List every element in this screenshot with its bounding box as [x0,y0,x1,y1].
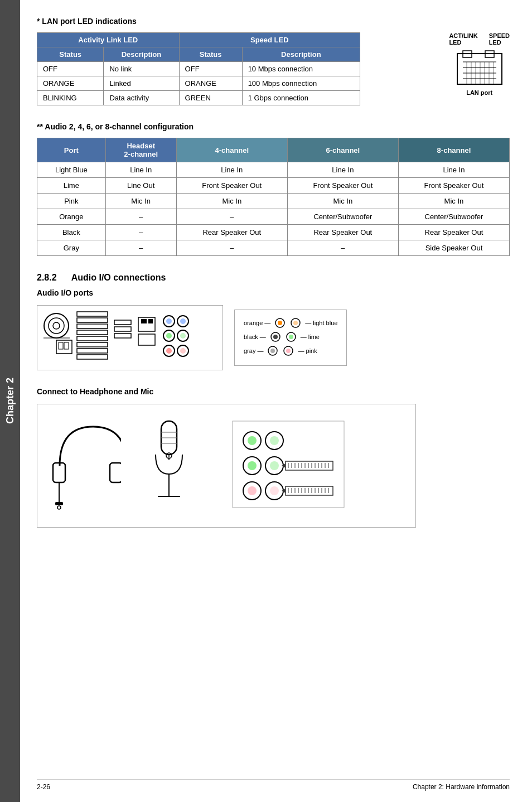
svg-rect-82 [286,461,333,470]
lan-section-title: * LAN port LED indications [37,17,510,26]
svg-rect-0 [457,54,502,84]
svg-rect-60 [53,463,65,482]
row-8ch: Side Speaker Out [398,240,509,256]
row-port: Black [37,225,106,240]
audio-io-ports-title: Audio I/O ports [37,288,510,297]
subsection-282: 2.8.2 Audio I/O connections Audio I/O po… [37,273,510,528]
svg-point-57 [270,349,275,353]
svg-point-49 [278,321,282,325]
table-row: Light Blue Line In Line In Line In Line … [37,162,510,178]
row-8ch: Rear Speaker Out [398,225,509,240]
speed-led-label: SPEEDLED [489,32,510,46]
svg-point-34 [166,318,172,324]
row-4ch: Front Speaker Out [176,178,287,194]
gray-port-icon [267,346,279,356]
row2-speed-status: ORANGE [179,76,242,91]
black-port-icon2 [285,332,297,342]
legend-label-orange: orange — [244,317,270,329]
svg-point-51 [293,321,298,325]
row1-status: OFF [37,62,104,76]
lan-table: Activity Link LED Speed LED Status Descr… [37,32,360,105]
svg-point-16 [53,322,60,329]
speed-desc-col-header: Description [242,47,360,62]
svg-rect-31 [148,319,153,323]
svg-rect-21 [77,330,108,335]
row2-speed-desc: 100 Mbps connection [242,76,360,91]
svg-rect-26 [114,320,131,325]
gray-port-icon2 [282,346,294,356]
row-headset: – [105,240,176,256]
svg-rect-61 [110,463,121,482]
row3-status: BLINKING [37,91,104,105]
svg-point-81 [270,461,279,470]
subsection-number: 2.8.2 [37,273,57,282]
legend-row-black: black — — lime [244,331,337,343]
svg-rect-20 [77,324,108,328]
headset-header: Headset2-channel [105,138,176,162]
svg-point-99 [270,486,279,495]
desc-col-header: Description [104,47,179,62]
row-4ch: Mic In [176,194,287,209]
svg-point-36 [180,318,186,324]
row-port: Lime [37,178,106,194]
legend-label-black: black — [244,331,266,343]
table-row: Orange – – Center/Subwoofer Center/Subwo… [37,209,510,225]
svg-point-38 [166,333,172,339]
row-6ch: Front Speaker Out [287,178,398,194]
svg-rect-47 [64,342,69,349]
page-footer: 2-26 Chapter 2: Hardware information [37,779,510,791]
svg-rect-23 [77,342,108,347]
activity-link-header: Activity Link LED [37,33,180,47]
row-4ch: Rear Speaker Out [176,225,287,240]
orange-port-icon2 [289,318,302,328]
svg-point-55 [289,335,293,339]
svg-point-75 [248,436,257,445]
row-8ch: Line In [398,162,509,178]
svg-point-59 [286,349,291,353]
chapter-tab: Chapter 2 [0,0,20,802]
svg-rect-63 [55,502,63,505]
row-4ch: – [176,240,287,256]
audio-table: Port Headset2-channel 4-channel 6-channe… [37,138,510,256]
speed-status-col-header: Status [179,47,242,62]
row-8ch: Front Speaker Out [398,178,509,194]
svg-point-15 [49,318,64,334]
audio-io-board-diagram [37,305,223,370]
lan-section: Activity Link LED Speed LED Status Descr… [37,32,510,105]
subsection-number-title: 2.8.2 Audio I/O connections [37,273,510,283]
black-port-icon [269,332,282,342]
row3-desc: Data activity [104,91,179,105]
footer-chapter: Chapter 2: Hardware information [413,783,510,791]
row-8ch: Mic In [398,194,509,209]
port-diagram-svg [221,416,355,516]
8ch-header: 8-channel [398,138,509,162]
svg-point-53 [273,335,278,339]
row-6ch: Mic In [287,194,398,209]
legend-label-light-blue: — light blue [305,317,337,329]
legend-label-gray: gray — [244,345,263,357]
row3-speed-desc: 1 Gbps connection [242,91,360,105]
legend-row-orange: orange — — light blue [244,317,337,329]
connect-section-title: Connect to Headphone and Mic [37,387,510,396]
row-port: Pink [37,194,106,209]
row-4ch: Line In [176,162,287,178]
port-header: Port [37,138,106,162]
row3-speed-status: GREEN [179,91,242,105]
row1-desc: No link [104,62,179,76]
speed-led-header: Speed LED [179,33,360,47]
svg-rect-32 [138,334,155,345]
act-link-label: ACT/LINKLED [449,32,477,46]
svg-rect-46 [59,342,63,349]
svg-point-97 [248,486,257,495]
svg-point-77 [270,436,279,445]
row-6ch: Center/Subwoofer [287,209,398,225]
svg-rect-22 [77,336,108,341]
svg-point-14 [44,313,69,338]
row-headset: – [105,225,176,240]
audio-section-title: ** Audio 2, 4, 6, or 8-channel configura… [37,122,510,131]
mic-svg [149,416,194,516]
legend-row-gray: gray — — pink [244,345,337,357]
svg-rect-24 [77,349,108,353]
row2-desc: Linked [104,76,179,91]
row-port: Orange [37,209,106,225]
